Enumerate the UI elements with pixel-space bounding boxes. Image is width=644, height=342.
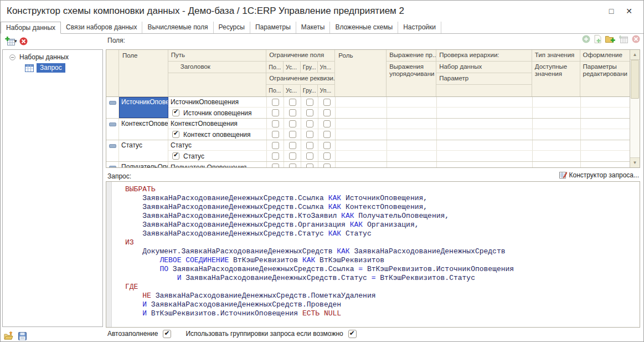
scroll-down-icon[interactable]: ▼ xyxy=(630,157,640,167)
tree-node-query[interactable]: Запрос xyxy=(25,63,102,73)
use-groups-label: Использовать группировки запроса если во… xyxy=(186,330,343,338)
add-dataset-button[interactable]: ▾ xyxy=(5,37,17,46)
query-line: ВЫБРАТЬ xyxy=(125,185,640,194)
header-ogranichenie-polya: Ограничение поля По...Ус...Гру...Уп... О… xyxy=(266,50,335,96)
tab-1[interactable]: Связи наборов данных xyxy=(61,22,142,33)
title-checkbox[interactable] xyxy=(172,109,179,116)
delete-field-button[interactable] xyxy=(632,35,640,43)
restriction-checkbox[interactable] xyxy=(323,99,331,106)
field-title-cell[interactable]: Контекст оповещения xyxy=(183,131,251,139)
field-title-cell[interactable]: Источник оповещения xyxy=(183,109,252,117)
query-editor[interactable]: ВЫБРАТЬ ЗаявкаНаРасходованиеДенежныхСред… xyxy=(106,181,640,328)
tab-5[interactable]: Макеты xyxy=(296,22,331,33)
query-line: ЛЕВОЕ СОЕДИНЕНИЕ ВтКэшРеквизитов КАК ВтК… xyxy=(125,256,640,265)
titlebar: Конструктор схемы компоновки данных - Де… xyxy=(1,1,643,22)
restriction-checkbox[interactable] xyxy=(323,131,331,138)
add-nested-table-button[interactable] xyxy=(619,35,628,43)
restriction-checkbox[interactable] xyxy=(306,131,313,138)
restriction-checkbox[interactable] xyxy=(289,152,296,160)
restriction-checkbox[interactable] xyxy=(323,152,331,160)
restriction-checkbox[interactable] xyxy=(289,109,296,116)
add-field-copy-button[interactable] xyxy=(594,35,601,43)
restriction-checkbox[interactable] xyxy=(306,120,313,127)
scroll-up-icon[interactable]: ▲ xyxy=(630,50,640,60)
save-schema-button[interactable] xyxy=(18,332,27,340)
table-row[interactable]: ИсточникОпове ИсточникОповещения xyxy=(106,97,630,119)
add-icon xyxy=(582,35,590,43)
field-name-cell[interactable]: ИсточникОпове xyxy=(119,97,168,118)
query-constructor-link[interactable]: Конструктор запроса... xyxy=(559,171,639,179)
add-dataset-dropdown-icon[interactable]: ▾ xyxy=(14,38,17,44)
restriction-checkbox[interactable] xyxy=(323,120,331,127)
tree-node-datasets[interactable]: Наборы данных xyxy=(9,53,102,61)
title-checkbox[interactable] xyxy=(172,152,179,160)
restriction-checkbox[interactable] xyxy=(289,99,296,106)
datasets-panel: ▾ Наборы данных xyxy=(1,34,105,341)
fields-table: Поле Путь Заголовок Ограничение поля По.… xyxy=(106,49,640,168)
query-line: И ЗаявкаНаРасходованиеДенежныхСредств.Пр… xyxy=(125,300,640,309)
query-line: ПО ЗаявкаНаРасходованиеДенежныхСредств.С… xyxy=(125,265,640,274)
tab-7[interactable]: Настройки xyxy=(398,22,441,33)
query-text[interactable]: ВЫБРАТЬ ЗаявкаНаРасходованиеДенежныхСред… xyxy=(112,182,640,327)
field-name-cell[interactable]: Статус xyxy=(119,140,168,161)
restriction-checkbox[interactable] xyxy=(272,99,279,106)
restriction-checkbox[interactable] xyxy=(272,109,279,116)
restriction-checkbox[interactable] xyxy=(306,142,313,149)
open-schema-button[interactable] xyxy=(4,331,14,340)
restriction-checkbox[interactable] xyxy=(323,142,331,149)
collapse-icon[interactable] xyxy=(9,54,16,60)
autofill-checkbox[interactable] xyxy=(163,330,171,338)
tab-2[interactable]: Вычисляемые поля xyxy=(142,22,213,33)
table-row[interactable]: Статус Статус xyxy=(106,140,630,162)
use-groups-checkbox[interactable] xyxy=(348,330,357,338)
close-button[interactable]: ✕ xyxy=(620,4,638,18)
table-plus-icon xyxy=(619,35,628,43)
tree-root-label[interactable]: Наборы данных xyxy=(19,53,69,61)
restriction-checkbox[interactable] xyxy=(306,152,313,160)
scroll-thumb[interactable] xyxy=(631,60,639,99)
restriction-checkbox[interactable] xyxy=(272,152,279,160)
row-marker-icon xyxy=(109,101,116,105)
field-path-cell[interactable]: ИсточникОповещения xyxy=(168,97,267,107)
header-pole: Поле xyxy=(119,50,168,96)
restriction-checkbox[interactable] xyxy=(289,142,296,149)
tree-query-label[interactable]: Запрос xyxy=(37,63,65,73)
field-title-cell[interactable]: Статус xyxy=(183,152,204,160)
maximize-button[interactable]: □ xyxy=(602,4,620,18)
title-checkbox[interactable] xyxy=(172,131,179,138)
field-name-cell[interactable]: КонтекстОпове xyxy=(119,119,168,140)
tab-6[interactable]: Вложенные схемы xyxy=(330,22,398,33)
add-folder-button[interactable] xyxy=(605,35,615,43)
restriction-checkbox[interactable] xyxy=(323,109,331,116)
query-line: ЗаявкаНаРасходованиеДенежныхСредств.Ссыл… xyxy=(125,203,640,212)
fields-scrollbar[interactable]: ▲ ▼ xyxy=(630,50,640,167)
datasets-toolbar: ▾ xyxy=(1,34,105,48)
tab-4[interactable]: Параметры xyxy=(250,22,296,33)
header-proverka-ierarhii: Проверка иерархии: Набор данных Параметр xyxy=(436,50,532,96)
open-folder-icon xyxy=(4,331,14,340)
header-oformlenie: Оформление Параметры редактировани xyxy=(580,50,630,96)
tab-0[interactable]: Наборы данных xyxy=(1,22,61,34)
copy-icon xyxy=(594,35,601,43)
header-put: Путь Заголовок xyxy=(168,50,267,96)
add-field-button[interactable] xyxy=(582,35,590,43)
header-indicator-column xyxy=(106,50,119,96)
field-path-cell[interactable]: КонтекстОповещения xyxy=(168,119,267,129)
restriction-checkbox[interactable] xyxy=(306,109,313,116)
restriction-checkbox[interactable] xyxy=(272,142,279,149)
query-line: ЗаявкаНаРасходованиеДенежныхСредств.Стат… xyxy=(125,229,640,238)
header-tip-znacheniya: Тип значения Доступные значения xyxy=(532,50,580,96)
query-line: ЗаявкаНаРасходованиеДенежныхСредств.КтоЗ… xyxy=(125,212,640,221)
field-path-cell[interactable]: Статус xyxy=(168,140,267,150)
horizontal-splitter[interactable] xyxy=(106,167,640,171)
delete-dataset-button[interactable] xyxy=(19,37,28,45)
table-row[interactable]: КонтекстОпове КонтекстОповещения xyxy=(106,119,630,140)
restriction-checkbox[interactable] xyxy=(289,131,296,138)
restriction-checkbox[interactable] xyxy=(272,131,279,138)
restriction-checkbox[interactable] xyxy=(289,120,296,127)
query-line: ЗаявкаНаРасходованиеДенежныхСредств.Ссыл… xyxy=(125,194,640,203)
restriction-checkbox[interactable] xyxy=(272,120,279,127)
restriction-checkbox[interactable] xyxy=(306,99,313,106)
header-ogranichenie-rekvizitov: Ограничение реквизи... xyxy=(266,73,334,85)
tab-3[interactable]: Ресурсы xyxy=(214,22,250,33)
